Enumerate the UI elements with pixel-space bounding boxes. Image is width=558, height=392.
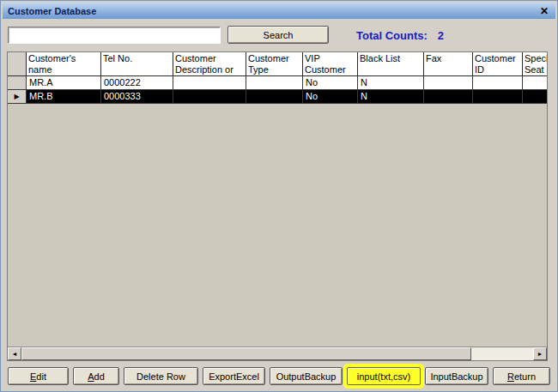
button-add[interactable]: Add [73,367,119,385]
cell: 0000333 [101,90,173,104]
column-header: Customer Description or [173,52,246,76]
cell: 0000222 [101,76,173,90]
cell [523,90,548,104]
search-button[interactable]: Search [227,26,329,44]
total-counts: Total Counts:2 [356,29,444,42]
column-header: Customer Type [246,52,303,76]
horizontal-scrollbar[interactable]: ◄ ► [8,347,547,360]
bottom-button-bar: EditAddDelete RowExportExcelOutputBackup… [8,367,550,385]
selector-column-header [8,52,27,76]
column-header: Fax [424,52,473,76]
table-row[interactable]: MR.A0000222NoN [8,76,547,90]
button-return[interactable]: Return [493,367,550,385]
title-bar[interactable]: Customer Database ✕ [3,3,555,19]
grid-body: MR.A0000222NoN▶MR.B0000333NoN [8,76,547,104]
selected-row-indicator: ▶ [8,90,27,104]
total-counts-label: Total Counts: [356,29,428,42]
button-edit[interactable]: Edit [8,367,69,385]
close-icon[interactable]: ✕ [538,5,550,17]
column-header: Specified Seat ID [523,52,548,76]
button-outputbackup[interactable]: OutputBackup [270,367,343,385]
button-input-txt-csv[interactable]: input(txt,csv) [347,367,421,385]
cell: N [358,76,424,90]
total-counts-value: 2 [438,29,444,42]
scroll-left-icon[interactable]: ◄ [8,347,21,360]
column-header: VIP Customer [303,52,358,76]
cell [523,76,548,90]
cell [424,90,473,104]
table-row[interactable]: ▶MR.B0000333NoN [8,90,547,104]
cell [246,90,303,104]
button-exportexcel[interactable]: ExportExcel [203,367,265,385]
customer-database-window: Customer Database ✕ Search Total Counts:… [0,0,558,392]
search-input[interactable] [8,27,221,44]
button-delete-row[interactable]: Delete Row [124,367,198,385]
button-inputbackup[interactable]: InputBackup [425,367,488,385]
window-title: Customer Database [8,6,538,16]
grid-header-row: Customer's nameTel No.Customer Descripti… [8,52,547,76]
cell [473,76,523,90]
cell [473,90,523,104]
column-header: Customer ID [473,52,523,76]
cell: N [358,90,424,104]
cell: No [303,90,358,104]
cell: MR.A [27,76,101,90]
scrollbar-track[interactable] [21,347,533,360]
cell [173,90,246,104]
cell [246,76,303,90]
row-selector [8,76,27,90]
scroll-right-icon[interactable]: ► [533,347,547,360]
scrollbar-thumb[interactable] [21,347,471,360]
customer-grid: Customer's nameTel No.Customer Descripti… [7,51,548,361]
column-header: Customer's name [27,52,101,76]
column-header: Tel No. [101,52,173,76]
cell [424,76,473,90]
cell: No [303,76,358,90]
cell: MR.B [27,90,101,104]
cell [173,76,246,90]
column-header: Black List [358,52,424,76]
